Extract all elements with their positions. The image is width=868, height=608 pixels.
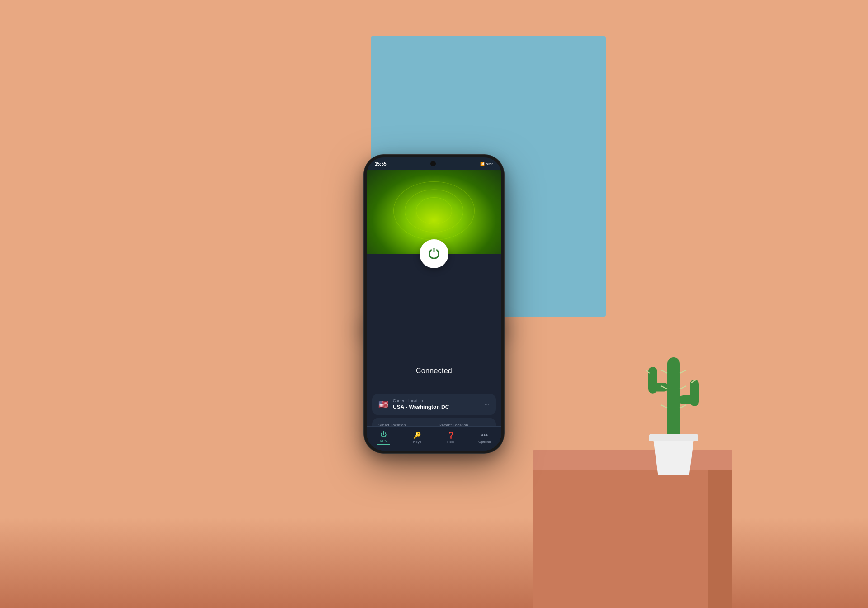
- nav-help-label: Help: [447, 440, 454, 444]
- svg-rect-2: [648, 367, 657, 394]
- nav-options[interactable]: ••• Options: [468, 432, 502, 446]
- recent-location-label: Recent Location: [439, 423, 490, 426]
- nav-vpn-icon: ⏻: [380, 431, 387, 438]
- bottom-nav: ⏻ VPN 🔑 Keys ❓ Help ••• Options: [367, 426, 501, 451]
- status-signal: 📶: [480, 162, 485, 166]
- phone-screen: 15:55 📶 53%: [367, 157, 501, 451]
- nav-vpn-label: VPN: [380, 439, 387, 443]
- nav-vpn-indicator: [377, 444, 390, 445]
- nav-options-icon: •••: [481, 432, 488, 439]
- vpn-rings: [389, 179, 479, 242]
- svg-line-6: [680, 370, 686, 373]
- vpn-header-inner: [367, 170, 501, 254]
- floor: [0, 518, 868, 608]
- nav-options-label: Options: [478, 440, 491, 444]
- svg-line-10: [680, 405, 686, 408]
- location-more-button[interactable]: ···: [484, 401, 490, 408]
- svg-rect-0: [667, 357, 680, 446]
- smart-recent-card[interactable]: Smart Location Germany - Nuremberg ⚡ Rec…: [372, 418, 496, 426]
- status-bar: 15:55 📶 53%: [367, 157, 501, 170]
- power-button-container: [420, 239, 448, 268]
- nav-vpn[interactable]: ⏻ VPN: [367, 431, 401, 447]
- nav-keys-icon: 🔑: [413, 432, 421, 439]
- status-time: 15:55: [375, 162, 387, 166]
- vpn-header: [367, 170, 501, 254]
- svg-line-9: [661, 405, 667, 408]
- nav-keys-label: Keys: [413, 440, 421, 444]
- pedestal-front: [533, 470, 710, 608]
- pedestal-side: [708, 470, 732, 608]
- svg-line-8: [680, 386, 686, 389]
- power-button[interactable]: [420, 239, 448, 268]
- recent-location-col[interactable]: Recent Location Netherlands - Amsterdam …: [434, 423, 490, 426]
- status-icons: 📶 53%: [480, 162, 493, 166]
- vpn-content-area: Connected 🇺🇸 Current Location USA - Wash…: [367, 254, 501, 451]
- smart-location-col[interactable]: Smart Location Germany - Nuremberg ⚡: [378, 423, 434, 426]
- location-info: Current Location USA - Washington DC: [393, 399, 480, 410]
- phone-device: 15:55 📶 53%: [364, 155, 504, 453]
- cards-area: 🇺🇸 Current Location USA - Washington DC …: [367, 380, 501, 426]
- current-location-card[interactable]: 🇺🇸 Current Location USA - Washington DC …: [372, 394, 496, 415]
- connection-status: Connected: [367, 367, 501, 375]
- cactus-pot: [649, 434, 698, 475]
- svg-line-5: [661, 370, 667, 373]
- nav-help-icon: ❓: [447, 432, 455, 439]
- status-battery: 53%: [486, 162, 493, 166]
- location-flag: 🇺🇸: [378, 399, 388, 409]
- nav-keys[interactable]: 🔑 Keys: [401, 432, 434, 446]
- svg-rect-4: [690, 380, 699, 406]
- power-icon: [428, 247, 440, 260]
- ring-inner: [416, 197, 452, 224]
- location-label: Current Location: [393, 399, 480, 403]
- nav-help[interactable]: ❓ Help: [434, 432, 468, 446]
- location-name: USA - Washington DC: [393, 404, 480, 410]
- camera-notch: [430, 161, 436, 166]
- smart-location-label: Smart Location: [378, 423, 429, 426]
- pedestal: [533, 450, 732, 608]
